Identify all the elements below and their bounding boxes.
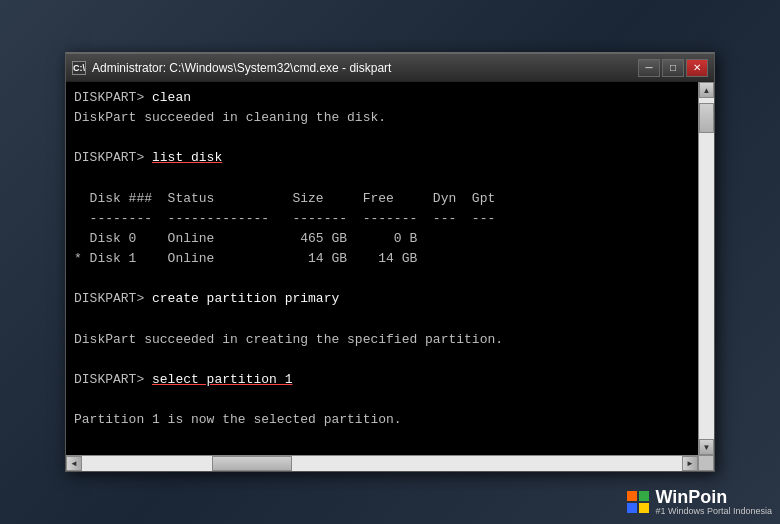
winpoint-logo-grid bbox=[627, 491, 649, 513]
logo-sq-yellow bbox=[639, 503, 649, 513]
terminal-blank bbox=[74, 390, 690, 410]
title-bar: C:\ Administrator: C:\Windows\System32\c… bbox=[66, 54, 714, 82]
minimize-button[interactable]: ─ bbox=[638, 59, 660, 77]
window-title: Administrator: C:\Windows\System32\cmd.e… bbox=[92, 61, 638, 75]
terminal-line: DISKPART> list disk bbox=[74, 148, 690, 168]
scroll-down-button[interactable]: ▼ bbox=[699, 439, 714, 455]
scroll-right-button[interactable]: ► bbox=[682, 456, 698, 471]
disk-table-sep: -------- ------------- ------- ------- -… bbox=[74, 209, 690, 229]
scroll-track-h[interactable] bbox=[82, 456, 682, 471]
scrollbar-corner bbox=[698, 455, 714, 471]
watermark: WinPoin #1 Windows Portal Indonesia bbox=[627, 488, 772, 516]
window-controls: ─ □ ✕ bbox=[638, 59, 708, 77]
cmd-window: C:\ Administrator: C:\Windows\System32\c… bbox=[65, 52, 715, 472]
terminal-blank bbox=[74, 169, 690, 189]
terminal-body: DISKPART> clean DiskPart succeeded in cl… bbox=[66, 82, 714, 455]
winpoint-text: WinPoin #1 Windows Portal Indonesia bbox=[655, 488, 772, 516]
terminal-line: DISKPART> create partition primary bbox=[74, 289, 690, 309]
window-icon: C:\ bbox=[72, 61, 86, 75]
scroll-thumb-v[interactable] bbox=[699, 103, 714, 133]
cmd-clean: clean bbox=[152, 90, 191, 105]
scroll-up-button[interactable]: ▲ bbox=[699, 82, 714, 98]
terminal-line: DiskPart succeeded in cleaning the disk. bbox=[74, 108, 690, 128]
terminal-line: DISKPART> select partition 1 bbox=[74, 370, 690, 390]
close-button[interactable]: ✕ bbox=[686, 59, 708, 77]
winpoint-brand: WinPoin bbox=[655, 488, 727, 506]
terminal-line: DISKPART> active bbox=[74, 451, 690, 455]
horizontal-scrollbar[interactable]: ◄ ► bbox=[66, 455, 698, 471]
h-scrollbar-container: ◄ ► bbox=[66, 455, 714, 471]
scroll-left-button[interactable]: ◄ bbox=[66, 456, 82, 471]
cmd-create-partition: create partition primary bbox=[152, 291, 339, 306]
prompt: DISKPART> bbox=[74, 291, 152, 306]
maximize-button[interactable]: □ bbox=[662, 59, 684, 77]
winpoint-tagline: #1 Windows Portal Indonesia bbox=[655, 506, 772, 516]
terminal-blank bbox=[74, 430, 690, 450]
terminal-line: DISKPART> clean bbox=[74, 88, 690, 108]
prompt: DISKPART> bbox=[74, 150, 152, 165]
disk-table-row-1: * Disk 1 Online 14 GB 14 GB bbox=[74, 249, 690, 269]
vertical-scrollbar[interactable]: ▲ ▼ bbox=[698, 82, 714, 455]
logo-sq-green bbox=[639, 491, 649, 501]
terminal-blank bbox=[74, 128, 690, 148]
prompt: DISKPART> bbox=[74, 90, 152, 105]
disk-table-header: Disk ### Status Size Free Dyn Gpt bbox=[74, 189, 690, 209]
scroll-thumb-h[interactable] bbox=[212, 456, 292, 471]
terminal-line: DiskPart succeeded in creating the speci… bbox=[74, 330, 690, 350]
disk-table-row-0: Disk 0 Online 465 GB 0 B bbox=[74, 229, 690, 249]
logo-sq-blue bbox=[627, 503, 637, 513]
cmd-active: active bbox=[152, 453, 199, 455]
terminal-line: Partition 1 is now the selected partitio… bbox=[74, 410, 690, 430]
cmd-select-partition: select partition 1 bbox=[152, 372, 292, 387]
prompt: DISKPART> bbox=[74, 453, 152, 455]
scroll-track-v[interactable] bbox=[699, 98, 714, 439]
terminal-content[interactable]: DISKPART> clean DiskPart succeeded in cl… bbox=[66, 82, 698, 455]
logo-sq-orange bbox=[627, 491, 637, 501]
cmd-list-disk: list disk bbox=[152, 150, 222, 165]
terminal-blank bbox=[74, 350, 690, 370]
terminal-blank bbox=[74, 269, 690, 289]
prompt: DISKPART> bbox=[74, 372, 152, 387]
terminal-blank bbox=[74, 310, 690, 330]
